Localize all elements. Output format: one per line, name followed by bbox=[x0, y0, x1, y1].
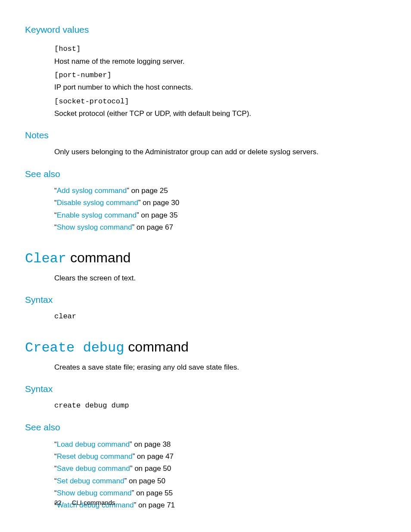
create-debug-syntax-code: create debug dump bbox=[54, 400, 377, 411]
heading-create-debug-rest: command bbox=[124, 339, 188, 355]
ref-tail: ” on page 50 bbox=[130, 464, 171, 473]
ref-tail: ” on page 30 bbox=[138, 199, 179, 207]
keyword-port: [port-number] bbox=[54, 70, 377, 81]
link-reset-debug[interactable]: Reset debug command bbox=[57, 452, 133, 460]
heading-see-also-2: See also bbox=[25, 422, 377, 432]
heading-keyword-values: Keyword values bbox=[25, 24, 377, 35]
heading-notes: Notes bbox=[25, 130, 377, 140]
heading-create-debug-syntax: Syntax bbox=[25, 383, 377, 394]
ref-tail: ” on page 55 bbox=[132, 489, 173, 497]
notes-text: Only users belonging to the Administrato… bbox=[54, 146, 377, 158]
see-also-1-body: “Add syslog command” on page 25 “Disable… bbox=[54, 185, 377, 233]
heading-create-debug-command: Create debug command bbox=[25, 339, 377, 355]
ref-tail: ” on page 35 bbox=[137, 211, 177, 219]
ref-tail: ” on page 50 bbox=[125, 477, 165, 485]
heading-clear-mono: Clear bbox=[25, 251, 66, 267]
ref-tail: ” on page 67 bbox=[132, 223, 173, 231]
link-disable-syslog[interactable]: Disable syslog command bbox=[57, 199, 138, 207]
keyword-socket: [socket-protocol] bbox=[54, 96, 377, 107]
page-number: 22 bbox=[54, 499, 62, 506]
heading-create-debug-mono: Create debug bbox=[25, 340, 124, 356]
keyword-socket-desc: Socket protocol (either TCP or UDP, with… bbox=[54, 108, 377, 119]
link-load-debug[interactable]: Load debug command bbox=[57, 440, 130, 448]
link-save-debug[interactable]: Save debug command bbox=[57, 464, 130, 473]
link-add-syslog[interactable]: Add syslog command bbox=[57, 187, 127, 195]
keyword-values-body: [host] Host name of the remote logging s… bbox=[54, 44, 377, 119]
heading-see-also-1: See also bbox=[25, 168, 377, 179]
ref-tail: ” on page 47 bbox=[132, 452, 173, 460]
link-show-syslog[interactable]: Show syslog command bbox=[57, 223, 132, 231]
ref-tail: ” on page 71 bbox=[134, 501, 175, 509]
heading-clear-command: Clear command bbox=[25, 250, 377, 266]
keyword-host-desc: Host name of the remote logging server. bbox=[54, 56, 377, 67]
keyword-port-desc: IP port number to which the host connect… bbox=[54, 82, 377, 93]
clear-syntax-code: clear bbox=[54, 311, 377, 322]
footer: 22CLI commands bbox=[54, 499, 115, 506]
create-debug-desc: Creates a save state file; erasing any o… bbox=[54, 362, 377, 373]
keyword-host: [host] bbox=[54, 44, 377, 55]
notes-body: Only users belonging to the Administrato… bbox=[54, 146, 377, 158]
ref-tail: ” on page 38 bbox=[130, 440, 171, 448]
link-show-debug[interactable]: Show debug command bbox=[57, 489, 132, 497]
link-enable-syslog[interactable]: Enable syslog command bbox=[57, 211, 137, 219]
heading-clear-rest: command bbox=[66, 250, 131, 265]
link-set-debug[interactable]: Set debug command bbox=[57, 477, 125, 485]
ref-tail: ” on page 25 bbox=[127, 187, 168, 195]
running-header: CLI commands bbox=[72, 499, 115, 506]
page: Keyword values [host] Host name of the r… bbox=[0, 0, 411, 532]
clear-desc: Clears the screen of text. bbox=[54, 273, 377, 284]
heading-clear-syntax: Syntax bbox=[25, 294, 377, 305]
